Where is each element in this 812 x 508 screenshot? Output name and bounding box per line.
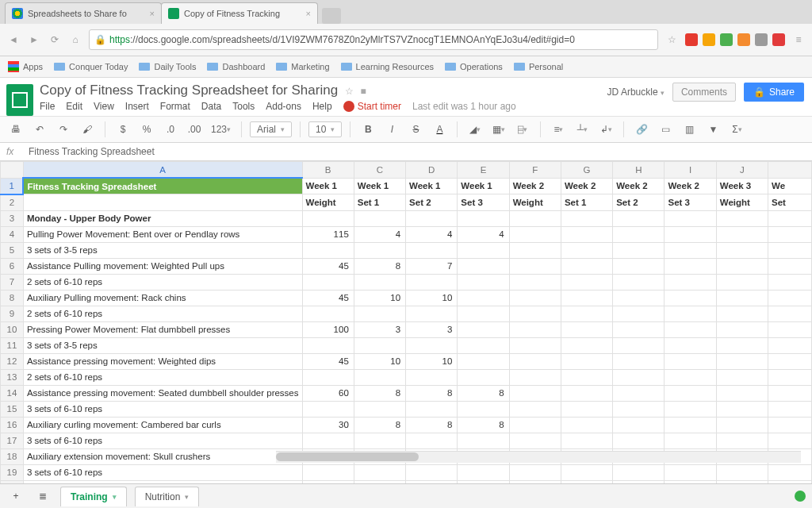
cell[interactable] (354, 369, 405, 385)
scrollbar-thumb[interactable] (276, 452, 419, 461)
cell[interactable]: Pressing Power Movement: Flat dumbbell p… (23, 321, 302, 337)
cell[interactable]: Fitness Tracking Spreadsheet (23, 178, 302, 194)
cell[interactable]: 3 sets of 3-5 reps (23, 337, 302, 353)
row-header[interactable]: 2 (1, 194, 24, 211)
cell[interactable] (768, 353, 812, 369)
valign-icon[interactable]: ┴▾ (573, 121, 592, 138)
cell[interactable] (613, 242, 665, 258)
cell[interactable] (561, 210, 612, 226)
cell[interactable] (561, 433, 612, 448)
row-header[interactable]: 5 (1, 242, 24, 258)
bookmark-folder[interactable]: Conquer Today (54, 62, 128, 71)
format-percent-icon[interactable]: % (137, 121, 156, 138)
cell[interactable]: Weight (716, 194, 768, 211)
cell[interactable] (613, 321, 665, 337)
star-icon[interactable]: ☆ (665, 33, 679, 47)
cell[interactable] (561, 369, 612, 385)
cell[interactable] (561, 353, 612, 369)
cell[interactable]: 3 sets of 6-10 reps (23, 464, 302, 480)
row-header[interactable]: 9 (1, 306, 24, 321)
column-header[interactable] (768, 162, 812, 179)
spreadsheet-grid[interactable]: ABCDEFGHIJ1Fitness Tracking SpreadsheetW… (0, 161, 812, 487)
cell[interactable] (458, 337, 509, 353)
cell[interactable] (406, 337, 458, 353)
row-header[interactable]: 10 (1, 321, 24, 337)
cell[interactable] (509, 385, 561, 401)
ext-icon[interactable] (720, 33, 733, 46)
cell[interactable]: 45 (302, 353, 354, 369)
cell[interactable] (613, 464, 665, 480)
cell[interactable] (768, 258, 812, 274)
font-select[interactable]: Arial▾ (250, 121, 292, 137)
cell[interactable] (665, 401, 716, 417)
cell[interactable] (665, 464, 716, 480)
menu-view[interactable]: View (94, 101, 114, 112)
cell[interactable]: We (768, 178, 812, 194)
cell[interactable] (458, 464, 509, 480)
cell[interactable] (613, 210, 665, 226)
cell[interactable] (613, 290, 665, 306)
menu-data[interactable]: Data (201, 101, 221, 112)
cell[interactable]: 10 (354, 353, 405, 369)
comment-icon[interactable]: ▭ (656, 121, 675, 138)
cell[interactable]: Week 1 (406, 178, 458, 194)
cell[interactable] (716, 353, 768, 369)
cell[interactable] (406, 433, 458, 448)
horizontal-scrollbar[interactable] (276, 451, 801, 463)
cell[interactable]: Week 1 (354, 178, 405, 194)
cell[interactable] (613, 385, 665, 401)
column-header[interactable]: C (354, 162, 405, 179)
cell[interactable] (768, 464, 812, 480)
cell[interactable]: Week 2 (613, 178, 665, 194)
cell[interactable]: 10 (354, 290, 405, 306)
cell[interactable] (509, 290, 561, 306)
cell[interactable] (509, 242, 561, 258)
cell[interactable]: Set 2 (406, 194, 458, 211)
cell[interactable] (768, 242, 812, 258)
cell[interactable] (354, 433, 405, 448)
row-header[interactable]: 15 (1, 401, 24, 417)
address-bar[interactable]: 🔒 https://docs.google.com/spreadsheets/d… (89, 29, 658, 50)
ext-icon[interactable] (737, 33, 750, 46)
cell[interactable]: 3 (354, 321, 405, 337)
cell[interactable] (302, 433, 354, 448)
cell[interactable] (509, 321, 561, 337)
cell[interactable] (354, 306, 405, 321)
cell[interactable] (509, 226, 561, 242)
cell[interactable]: 60 (302, 385, 354, 401)
cell[interactable] (302, 210, 354, 226)
cell[interactable]: Week 1 (302, 178, 354, 194)
cell[interactable]: Set 1 (561, 194, 612, 211)
cell[interactable] (665, 258, 716, 274)
sheet-tab-training[interactable]: Training▾ (60, 487, 127, 506)
menu-edit[interactable]: Edit (66, 101, 82, 112)
cell[interactable] (406, 210, 458, 226)
comments-button[interactable]: Comments (672, 83, 736, 102)
close-icon[interactable]: × (306, 9, 311, 18)
row-header[interactable]: 18 (1, 448, 24, 464)
filter-icon[interactable]: ▼ (703, 121, 722, 138)
cell[interactable]: 8 (354, 385, 405, 401)
cell[interactable] (716, 369, 768, 385)
column-header[interactable]: D (406, 162, 458, 179)
cell[interactable] (768, 321, 812, 337)
folder-icon[interactable]: ■ (360, 86, 366, 97)
reload-icon[interactable]: ⟳ (48, 33, 62, 47)
column-header[interactable]: J (716, 162, 768, 179)
column-header[interactable]: F (509, 162, 561, 179)
cell[interactable] (768, 401, 812, 417)
cell[interactable] (768, 385, 812, 401)
cell[interactable] (302, 369, 354, 385)
cell[interactable] (561, 290, 612, 306)
cell[interactable] (768, 226, 812, 242)
cell[interactable] (716, 210, 768, 226)
bookmark-folder[interactable]: Marketing (276, 62, 329, 71)
cell[interactable] (665, 321, 716, 337)
cell[interactable] (716, 433, 768, 448)
cell[interactable]: 2 sets of 6-10 reps (23, 369, 302, 385)
cell[interactable] (561, 417, 612, 433)
cell[interactable] (509, 417, 561, 433)
bookmark-folder[interactable]: Learning Resources (341, 62, 434, 71)
new-tab-button[interactable] (322, 8, 341, 24)
menu-format[interactable]: Format (160, 101, 190, 112)
